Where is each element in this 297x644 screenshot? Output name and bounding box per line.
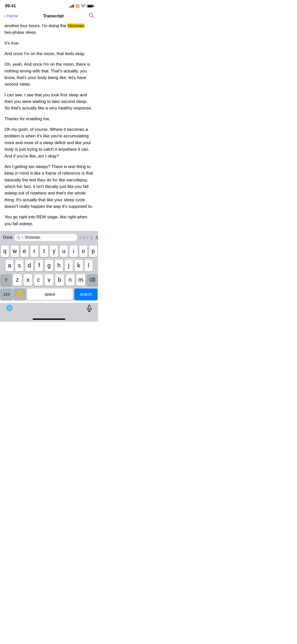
microphone-icon[interactable]	[87, 305, 92, 313]
key-backspace[interactable]: ⌫	[87, 274, 97, 286]
transcript-content: another four hours. I'm doing the Victor…	[0, 23, 98, 227]
search-button[interactable]	[89, 13, 94, 20]
back-chevron-icon: ‹	[4, 13, 6, 19]
key-a[interactable]: a	[5, 260, 14, 271]
key-numbers[interactable]: 123	[1, 289, 12, 300]
paragraph-3: Oh, yeah. And once I'm on the moon, ther…	[5, 61, 94, 88]
paragraph-4: I can see, I see that you took first sle…	[5, 92, 94, 112]
highlight-victorian: Victorian	[67, 23, 84, 28]
status-icons: 📶	[69, 4, 93, 8]
home-indicator	[0, 318, 98, 322]
find-clear-button[interactable]: ✕	[91, 235, 93, 240]
key-h[interactable]: h	[55, 260, 63, 271]
key-emoji[interactable]: 🙂	[14, 289, 25, 300]
paragraph-6: Oh my gosh, of course. Where it becomes …	[5, 126, 94, 159]
key-n[interactable]: n	[66, 274, 75, 286]
status-bar: 09:41 📶	[0, 0, 98, 11]
key-q[interactable]: q	[1, 246, 9, 257]
key-search[interactable]: search	[74, 289, 98, 300]
key-shift[interactable]: ⇧	[1, 274, 11, 286]
key-space[interactable]: space	[27, 289, 73, 300]
key-m[interactable]: m	[76, 274, 85, 286]
status-time: 09:41	[5, 4, 16, 9]
nav-bar: ‹ Home Transcript	[0, 11, 98, 23]
paragraph-7: Am I getting too sleepy? There is one th…	[5, 164, 94, 210]
keyboard: q w e r t y u i o p a s d f g h j k l ⇧ …	[0, 244, 98, 300]
find-dropdown-icon[interactable]: ▾	[22, 235, 23, 239]
key-b[interactable]: b	[55, 274, 64, 286]
keyboard-row-4: 123 🙂 space search	[1, 289, 97, 300]
find-prev-button[interactable]: ∧	[95, 234, 98, 241]
paragraph-0: another four hours. I'm doing the Victor…	[5, 23, 94, 36]
key-i[interactable]: i	[69, 246, 78, 257]
keyboard-row-2: a s d f g h j k l	[1, 260, 97, 271]
page-title: Transcript	[43, 14, 64, 19]
key-x[interactable]: x	[23, 274, 32, 286]
keyboard-row-1: q w e r t y u i o p	[1, 246, 97, 257]
bottom-bar: 🌐	[0, 303, 98, 318]
key-f[interactable]: f	[35, 260, 43, 271]
wifi-icon	[81, 5, 85, 8]
svg-rect-4	[88, 305, 90, 309]
find-count: 1 of 2	[79, 235, 89, 239]
find-input-container: ▾	[15, 234, 77, 241]
key-w[interactable]: w	[11, 246, 19, 257]
globe-icon[interactable]: 🌐	[6, 305, 13, 311]
find-done-button[interactable]: Done	[3, 235, 13, 240]
paragraph-1: It's true.	[5, 40, 94, 47]
key-l[interactable]: l	[84, 260, 93, 271]
home-bar	[33, 318, 65, 320]
battery-icon	[87, 5, 93, 8]
svg-line-3	[19, 238, 20, 239]
wifi-icon: 📶	[75, 4, 79, 8]
find-bar: Done ▾ 1 of 2 ✕ ∧ ∨	[0, 231, 98, 244]
key-r[interactable]: r	[30, 246, 38, 257]
key-g[interactable]: g	[45, 260, 53, 271]
key-u[interactable]: u	[60, 246, 68, 257]
paragraph-5: Thanks for enabling me.	[5, 116, 94, 122]
key-c[interactable]: c	[34, 274, 43, 286]
back-button[interactable]: ‹ Home	[4, 13, 18, 19]
key-s[interactable]: s	[15, 260, 23, 271]
key-t[interactable]: t	[40, 246, 48, 257]
find-search-icon	[17, 235, 21, 239]
find-nav-buttons: ∧ ∨	[95, 234, 98, 241]
key-j[interactable]: j	[65, 260, 73, 271]
key-z[interactable]: z	[13, 274, 22, 286]
paragraph-8: You go right into REM stage, like right …	[5, 214, 94, 227]
svg-line-1	[92, 16, 94, 18]
key-e[interactable]: e	[20, 246, 29, 257]
paragraph-2: And once I'm on the moon, that feels oka…	[5, 51, 94, 57]
key-p[interactable]: p	[89, 246, 97, 257]
keyboard-row-3: ⇧ z x c v b n m ⌫	[1, 274, 97, 286]
back-label: Home	[7, 14, 18, 19]
signal-bars-icon	[69, 5, 74, 8]
key-d[interactable]: d	[25, 260, 33, 271]
key-y[interactable]: y	[50, 246, 58, 257]
find-search-input[interactable]	[25, 235, 75, 240]
key-k[interactable]: k	[74, 260, 83, 271]
key-v[interactable]: v	[45, 274, 54, 286]
key-o[interactable]: o	[79, 246, 88, 257]
